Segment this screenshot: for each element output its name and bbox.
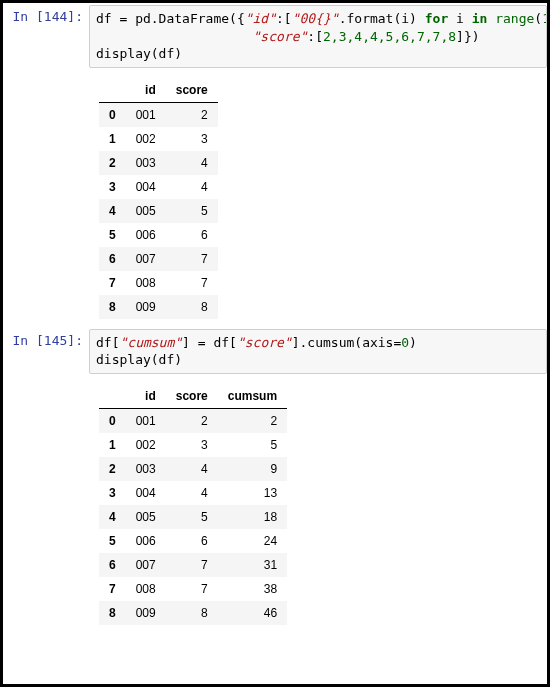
table-row: 3004413 xyxy=(99,481,287,505)
table-cell: 004 xyxy=(126,481,166,505)
table-row: 30044 xyxy=(99,175,218,199)
table-cell: 4 xyxy=(166,151,218,175)
table-row: 00012 xyxy=(99,102,218,127)
table-cell: 005 xyxy=(126,199,166,223)
table-header: score xyxy=(166,384,218,409)
table-cell: 46 xyxy=(218,601,287,625)
row-index: 3 xyxy=(99,175,126,199)
table-row: 6007731 xyxy=(99,553,287,577)
table-cell: 7 xyxy=(166,247,218,271)
table-header: id xyxy=(126,78,166,103)
cell-output-1: id score 0001210023200343004440055500666… xyxy=(89,72,547,327)
table-cell: 5 xyxy=(166,199,218,223)
code-token: ].cumsum(axis xyxy=(292,335,394,350)
table-cell: 13 xyxy=(218,481,287,505)
table-cell: 24 xyxy=(218,529,287,553)
table-row: 40055 xyxy=(99,199,218,223)
code-input[interactable]: df = pd.DataFrame({"id":["00{}".format(i… xyxy=(89,5,547,68)
table-cell: 008 xyxy=(126,577,166,601)
table-cell: 7 xyxy=(166,553,218,577)
table-header xyxy=(99,78,126,103)
table-header xyxy=(99,384,126,409)
code-string: "id" xyxy=(245,11,276,26)
table-cell: 006 xyxy=(126,223,166,247)
table-cell: 2 xyxy=(166,408,218,433)
table-header-row: id score xyxy=(99,78,218,103)
row-index: 0 xyxy=(99,102,126,127)
table-row: 70087 xyxy=(99,271,218,295)
notebook-cell-1: In [144]: df = pd.DataFrame({"id":["00{}… xyxy=(3,3,547,72)
table-row: 50066 xyxy=(99,223,218,247)
code-token: df[ xyxy=(206,335,237,350)
table-header: id xyxy=(126,384,166,409)
code-number: 0 xyxy=(401,335,409,350)
dataframe-table-1: id score 0001210023200343004440055500666… xyxy=(99,78,218,319)
row-index: 8 xyxy=(99,295,126,319)
table-cell: 001 xyxy=(126,408,166,433)
code-number: 1 xyxy=(542,11,547,26)
table-cell: 4 xyxy=(166,481,218,505)
code-token: :[ xyxy=(307,29,323,44)
table-cell: 7 xyxy=(166,271,218,295)
table-cell: 7 xyxy=(166,577,218,601)
row-index: 4 xyxy=(99,505,126,529)
table-row: 7008738 xyxy=(99,577,287,601)
row-index: 1 xyxy=(99,127,126,151)
table-cell: 4 xyxy=(166,457,218,481)
code-token: ) xyxy=(409,335,417,350)
table-cell: 8 xyxy=(166,601,218,625)
table-cell: 006 xyxy=(126,529,166,553)
code-token: display(df) xyxy=(96,352,182,367)
table-cell: 6 xyxy=(166,223,218,247)
table-row: 4005518 xyxy=(99,505,287,529)
code-token xyxy=(96,29,253,44)
table-cell: 009 xyxy=(126,295,166,319)
table-cell: 3 xyxy=(166,433,218,457)
notebook-cell-2: In [145]: df["cumsum"] = df["score"].cum… xyxy=(3,327,547,378)
row-index: 6 xyxy=(99,553,126,577)
table-cell: 004 xyxy=(126,175,166,199)
code-keyword: in xyxy=(472,11,488,26)
table-cell: 5 xyxy=(218,433,287,457)
table-cell: 6 xyxy=(166,529,218,553)
code-token: pd.DataFrame({ xyxy=(127,11,244,26)
code-token: ]}) xyxy=(456,29,479,44)
code-token: display(df) xyxy=(96,46,182,61)
row-index: 6 xyxy=(99,247,126,271)
row-index: 5 xyxy=(99,223,126,247)
row-index: 4 xyxy=(99,199,126,223)
code-string: "score" xyxy=(237,335,292,350)
table-cell: 8 xyxy=(166,295,218,319)
table-row: 100235 xyxy=(99,433,287,457)
table-row: 000122 xyxy=(99,408,287,433)
cell-prompt: In [145]: xyxy=(3,329,89,374)
code-token: i xyxy=(448,11,471,26)
row-index: 3 xyxy=(99,481,126,505)
table-cell: 3 xyxy=(166,127,218,151)
table-cell: 001 xyxy=(126,102,166,127)
table-row: 80098 xyxy=(99,295,218,319)
table-row: 5006624 xyxy=(99,529,287,553)
code-string: "00{}" xyxy=(292,11,339,26)
table-cell: 4 xyxy=(166,175,218,199)
code-token: ] xyxy=(182,335,198,350)
table-cell: 002 xyxy=(126,127,166,151)
code-token: :[ xyxy=(276,11,292,26)
table-row: 200349 xyxy=(99,457,287,481)
table-cell: 009 xyxy=(126,601,166,625)
row-index: 1 xyxy=(99,433,126,457)
table-row: 60077 xyxy=(99,247,218,271)
cell-output-2: id score cumsum 000122100235200349300441… xyxy=(89,378,547,633)
row-index: 7 xyxy=(99,271,126,295)
code-builtin: range xyxy=(495,11,534,26)
code-token: ( xyxy=(534,11,542,26)
row-index: 2 xyxy=(99,457,126,481)
table-row: 8009846 xyxy=(99,601,287,625)
table-cell: 007 xyxy=(126,553,166,577)
table-row: 10023 xyxy=(99,127,218,151)
table-cell: 007 xyxy=(126,247,166,271)
table-cell: 2 xyxy=(166,102,218,127)
table-cell: 002 xyxy=(126,433,166,457)
code-input[interactable]: df["cumsum"] = df["score"].cumsum(axis=0… xyxy=(89,329,547,374)
code-token: df xyxy=(96,11,119,26)
